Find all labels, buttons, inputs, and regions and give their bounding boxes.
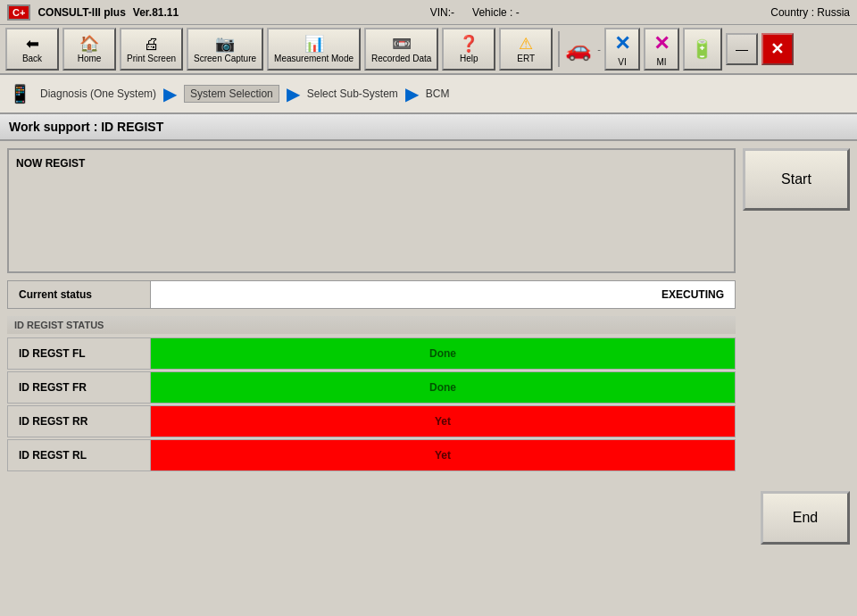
current-status-value: EXECUTING <box>151 281 735 308</box>
print-label: Print Screen <box>127 54 176 63</box>
now-regist-label: NOW REGIST <box>16 157 727 170</box>
id-regist-status-header: ID REGIST STATUS <box>7 316 736 334</box>
content-area: NOW REGIST Current status EXECUTING ID R… <box>0 141 857 480</box>
end-button[interactable]: End <box>761 491 850 545</box>
left-panel: NOW REGIST Current status EXECUTING ID R… <box>7 148 736 473</box>
current-status-row: Current status EXECUTING <box>7 280 736 309</box>
home-button[interactable]: 🏠 Home <box>62 28 116 71</box>
regist-row-label: ID REGST FL <box>8 338 151 369</box>
regist-row-label: ID REGST RR <box>8 406 151 437</box>
measurement-icon: 📊 <box>304 36 324 52</box>
country-label: Country : Russia <box>770 6 850 19</box>
app-logo: C+ <box>7 4 30 21</box>
select-sub-label: Select Sub-System <box>307 87 398 100</box>
close-button[interactable]: ✕ <box>761 33 794 65</box>
right-panel: Start <box>743 148 850 473</box>
table-row: ID REGST FLDone <box>7 337 736 370</box>
regist-row-value: Yet <box>151 440 735 470</box>
vin-label: VIN:- <box>430 6 454 19</box>
help-icon: ❓ <box>459 36 478 52</box>
table-row: ID REGST RLYet <box>7 439 736 471</box>
breadcrumb-diagnosis: Diagnosis (One System) <box>40 87 156 100</box>
regist-row-value: Done <box>151 338 735 369</box>
breadcrumb-bcm: BCM <box>426 87 450 100</box>
warning-icon: ⚠ <box>519 36 533 52</box>
work-title: Work support : ID REGIST <box>0 114 857 141</box>
regist-rows-container: ID REGST FLDoneID REGST FRDoneID REGST R… <box>7 337 736 471</box>
title-bar-left: C+ CONSULT-III plus Ver.81.11 <box>7 4 179 21</box>
breadcrumb-system-selection: System Selection <box>184 85 279 103</box>
regist-row-label: ID REGST RL <box>8 440 151 470</box>
version: Ver.81.11 <box>133 6 179 19</box>
breadcrumb-arrow-3: ▶ <box>405 83 419 104</box>
title-bar: C+ CONSULT-III plus Ver.81.11 VIN:- Vehi… <box>0 0 857 25</box>
breadcrumb-select-sub: Select Sub-System <box>307 87 398 100</box>
bottom-area: End <box>0 480 857 552</box>
home-icon: 🏠 <box>79 36 99 52</box>
car-dash-label: - <box>597 44 601 54</box>
car-icon: 🚗 <box>565 37 592 62</box>
end-button-container: End <box>761 491 850 545</box>
diagnosis-label: Diagnosis (One System) <box>40 87 156 100</box>
table-row: ID REGST FRDone <box>7 371 736 404</box>
camera-icon: 📷 <box>215 36 235 52</box>
back-icon: ⬅ <box>26 36 39 52</box>
vi-button[interactable]: ✕ VI <box>604 28 640 71</box>
capture-button[interactable]: 📷 Screen Capture <box>187 28 263 71</box>
ert-button[interactable]: ⚠ ERT <box>499 28 553 71</box>
minimize-button[interactable]: — <box>726 33 758 65</box>
regist-row-value: Yet <box>151 406 735 437</box>
battery-icon: 🔋 <box>691 38 713 60</box>
phone-icon: 📱 <box>9 83 31 104</box>
measurement-label: Measurement Mode <box>274 54 354 63</box>
vi-label: VI <box>618 57 626 67</box>
ert-label: ERT <box>517 54 535 63</box>
mi-x-icon: ✕ <box>653 32 670 55</box>
breadcrumb-arrow-2: ▶ <box>287 83 300 104</box>
toolbar: ⬅ Back 🏠 Home 🖨 Print Screen 📷 Screen Ca… <box>0 25 857 75</box>
vehicle-status-icons: 🚗 - <box>565 37 601 62</box>
mi-button[interactable]: ✕ MI <box>644 28 679 71</box>
recorded-icon: 📼 <box>392 36 412 52</box>
help-label: Help <box>460 54 478 63</box>
breadcrumb: 📱 Diagnosis (One System) ▶ System Select… <box>0 75 857 114</box>
minimize-icon: — <box>736 42 748 56</box>
measurement-button[interactable]: 📊 Measurement Mode <box>267 28 361 71</box>
app-name: CONSULT-III plus <box>37 6 125 19</box>
help-button[interactable]: ❓ Help <box>442 28 495 71</box>
table-row: ID REGST RRYet <box>7 405 736 437</box>
capture-label: Screen Capture <box>194 54 256 63</box>
back-label: Back <box>22 54 42 63</box>
vehicle-label: Vehicle : - <box>472 6 520 19</box>
regist-row-label: ID REGST FR <box>8 372 151 403</box>
regist-row-value: Done <box>151 372 735 403</box>
print-button[interactable]: 🖨 Print Screen <box>120 28 183 71</box>
current-status-label: Current status <box>8 281 151 308</box>
vin-info: VIN:- Vehicle : - <box>430 6 520 19</box>
mi-label: MI <box>656 57 666 67</box>
print-icon: 🖨 <box>144 36 160 52</box>
start-button[interactable]: Start <box>743 148 850 211</box>
now-regist-box: NOW REGIST <box>7 148 736 273</box>
breadcrumb-arrow-1: ▶ <box>163 83 177 104</box>
bcm-label: BCM <box>426 87 450 100</box>
system-selection-label: System Selection <box>190 87 273 100</box>
recorded-button[interactable]: 📼 Recorded Data <box>364 28 438 71</box>
battery-button[interactable]: 🔋 <box>683 28 722 71</box>
vi-x-icon: ✕ <box>614 32 630 55</box>
back-button[interactable]: ⬅ Back <box>5 28 59 71</box>
home-label: Home <box>78 54 102 63</box>
recorded-label: Recorded Data <box>371 54 431 63</box>
toolbar-divider <box>558 31 560 67</box>
close-icon: ✕ <box>770 39 784 59</box>
